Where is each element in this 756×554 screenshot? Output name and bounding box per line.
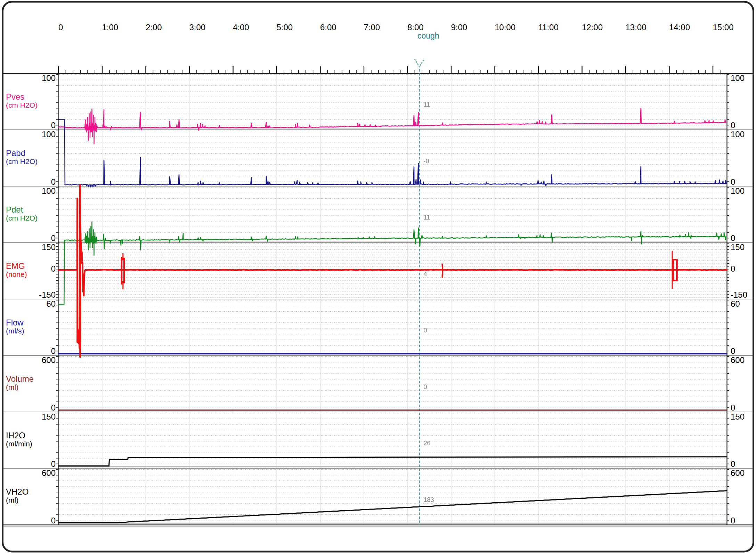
- svg-text:0: 0: [424, 327, 427, 334]
- svg-text:(ml): (ml): [6, 496, 18, 504]
- svg-text:Pves: Pves: [6, 92, 24, 101]
- svg-text:3:00: 3:00: [189, 23, 206, 32]
- svg-text:Pdet: Pdet: [6, 205, 23, 214]
- svg-text:10:00: 10:00: [495, 23, 515, 32]
- svg-text:0: 0: [731, 233, 735, 243]
- svg-text:9:00: 9:00: [451, 23, 468, 32]
- svg-text:4: 4: [424, 271, 427, 278]
- svg-text:0: 0: [731, 403, 735, 412]
- svg-text:-150: -150: [39, 290, 56, 299]
- svg-text:100: 100: [731, 186, 745, 196]
- svg-text:(ml/s): (ml/s): [6, 327, 24, 335]
- svg-text:0: 0: [51, 121, 56, 130]
- svg-text:0: 0: [731, 516, 735, 525]
- svg-text:(cm H2O): (cm H2O): [6, 214, 38, 222]
- svg-text:26: 26: [424, 440, 431, 447]
- svg-text:150: 150: [731, 412, 745, 421]
- svg-text:-0: -0: [424, 158, 429, 165]
- svg-text:(none): (none): [6, 270, 27, 278]
- svg-text:12:00: 12:00: [582, 23, 603, 32]
- svg-text:Pabd: Pabd: [6, 148, 25, 158]
- svg-text:11:00: 11:00: [538, 23, 559, 32]
- svg-text:11: 11: [424, 214, 430, 221]
- svg-text:(cm H2O): (cm H2O): [6, 101, 38, 109]
- svg-text:13:00: 13:00: [626, 23, 647, 32]
- svg-text:0: 0: [58, 23, 63, 32]
- svg-text:6:00: 6:00: [320, 23, 336, 32]
- svg-text:0: 0: [731, 346, 735, 356]
- svg-text:11: 11: [424, 101, 430, 108]
- svg-text:0: 0: [51, 459, 56, 469]
- svg-text:0: 0: [51, 403, 56, 412]
- svg-text:2:00: 2:00: [146, 23, 162, 32]
- svg-text:0: 0: [51, 177, 56, 187]
- svg-text:7:00: 7:00: [364, 23, 380, 32]
- svg-text:600: 600: [42, 355, 56, 365]
- svg-text:600: 600: [731, 355, 745, 365]
- svg-text:IH2O: IH2O: [6, 431, 25, 440]
- svg-text:8:00: 8:00: [407, 23, 424, 32]
- svg-text:150: 150: [42, 242, 56, 252]
- svg-text:60: 60: [46, 299, 56, 308]
- svg-text:183: 183: [424, 496, 434, 503]
- svg-text:0: 0: [731, 177, 735, 187]
- svg-text:0: 0: [51, 264, 56, 273]
- svg-text:5:00: 5:00: [277, 23, 293, 32]
- svg-text:15:00: 15:00: [713, 23, 734, 32]
- svg-text:14:00: 14:00: [669, 23, 690, 32]
- svg-text:0: 0: [731, 459, 735, 469]
- svg-text:60: 60: [731, 299, 740, 308]
- svg-text:(cm H2O): (cm H2O): [6, 157, 38, 165]
- svg-text:EMG: EMG: [6, 261, 25, 271]
- svg-text:0: 0: [731, 264, 735, 273]
- svg-text:150: 150: [42, 412, 56, 421]
- svg-text:cough: cough: [417, 31, 439, 40]
- svg-text:0: 0: [51, 516, 56, 525]
- svg-text:600: 600: [731, 468, 745, 478]
- svg-text:0: 0: [51, 233, 56, 243]
- svg-text:Flow: Flow: [6, 318, 24, 327]
- svg-text:Volume: Volume: [6, 374, 34, 383]
- svg-text:1:00: 1:00: [102, 23, 119, 32]
- svg-text:-150: -150: [731, 290, 747, 299]
- svg-text:(ml/min): (ml/min): [6, 440, 32, 448]
- svg-text:100: 100: [42, 130, 56, 139]
- svg-text:0: 0: [51, 346, 56, 356]
- svg-text:100: 100: [42, 186, 56, 196]
- svg-text:100: 100: [731, 130, 745, 139]
- svg-text:4:00: 4:00: [233, 23, 249, 32]
- svg-text:VH2O: VH2O: [6, 487, 29, 496]
- svg-text:100: 100: [42, 73, 56, 83]
- svg-text:(ml): (ml): [6, 383, 18, 391]
- svg-text:600: 600: [42, 468, 56, 478]
- svg-text:0: 0: [424, 383, 427, 390]
- svg-text:100: 100: [731, 73, 745, 83]
- svg-text:150: 150: [731, 242, 745, 252]
- svg-text:0: 0: [731, 121, 735, 130]
